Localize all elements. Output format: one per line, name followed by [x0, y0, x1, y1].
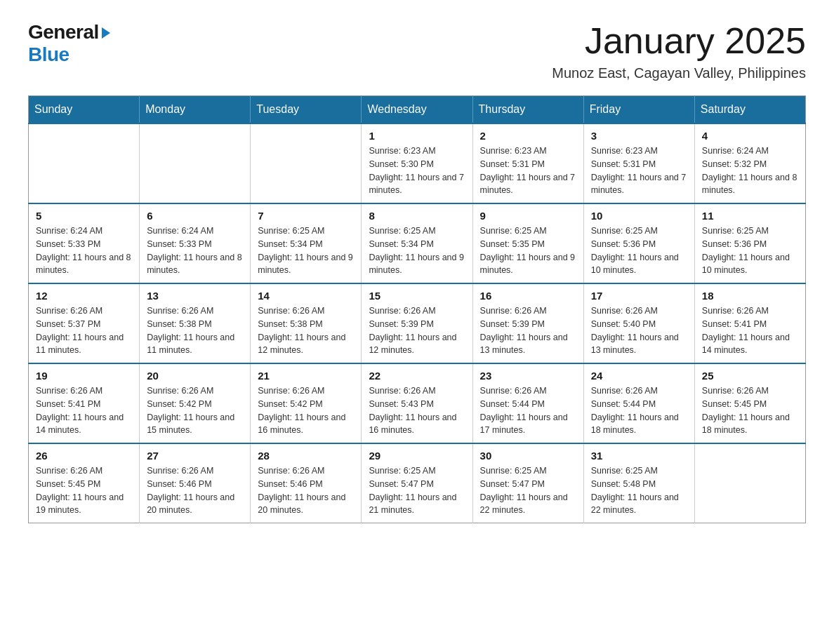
- day-info: Sunrise: 6:26 AM Sunset: 5:44 PM Dayligh…: [480, 384, 576, 437]
- day-number: 29: [369, 450, 465, 462]
- calendar-cell: 16Sunrise: 6:26 AM Sunset: 5:39 PM Dayli…: [472, 283, 583, 363]
- calendar-cell: 6Sunrise: 6:24 AM Sunset: 5:33 PM Daylig…: [140, 203, 251, 283]
- calendar-week-row: 5Sunrise: 6:24 AM Sunset: 5:33 PM Daylig…: [29, 203, 806, 283]
- day-info: Sunrise: 6:25 AM Sunset: 5:47 PM Dayligh…: [480, 464, 576, 517]
- calendar-cell: 12Sunrise: 6:26 AM Sunset: 5:37 PM Dayli…: [29, 283, 140, 363]
- calendar-cell: 5Sunrise: 6:24 AM Sunset: 5:33 PM Daylig…: [29, 203, 140, 283]
- day-info: Sunrise: 6:25 AM Sunset: 5:34 PM Dayligh…: [369, 224, 465, 277]
- day-info: Sunrise: 6:26 AM Sunset: 5:38 PM Dayligh…: [147, 304, 243, 357]
- calendar-cell: 30Sunrise: 6:25 AM Sunset: 5:47 PM Dayli…: [472, 443, 583, 523]
- day-number: 8: [369, 210, 465, 222]
- calendar-cell: 26Sunrise: 6:26 AM Sunset: 5:45 PM Dayli…: [29, 443, 140, 523]
- day-info: Sunrise: 6:25 AM Sunset: 5:36 PM Dayligh…: [591, 224, 687, 277]
- calendar-cell: 28Sunrise: 6:26 AM Sunset: 5:46 PM Dayli…: [251, 443, 362, 523]
- day-info: Sunrise: 6:23 AM Sunset: 5:31 PM Dayligh…: [480, 145, 576, 197]
- day-info: Sunrise: 6:26 AM Sunset: 5:44 PM Dayligh…: [591, 384, 687, 437]
- calendar-cell: 15Sunrise: 6:26 AM Sunset: 5:39 PM Dayli…: [362, 283, 472, 363]
- calendar-cell: [29, 123, 140, 203]
- calendar-cell: 4Sunrise: 6:24 AM Sunset: 5:32 PM Daylig…: [694, 123, 805, 203]
- calendar-cell: 2Sunrise: 6:23 AM Sunset: 5:31 PM Daylig…: [472, 123, 583, 203]
- calendar-cell: 25Sunrise: 6:26 AM Sunset: 5:45 PM Dayli…: [694, 363, 805, 443]
- day-info: Sunrise: 6:26 AM Sunset: 5:42 PM Dayligh…: [147, 384, 243, 437]
- day-number: 24: [591, 370, 687, 382]
- day-number: 19: [36, 370, 132, 382]
- day-number: 17: [591, 290, 687, 302]
- calendar-cell: 20Sunrise: 6:26 AM Sunset: 5:42 PM Dayli…: [140, 363, 251, 443]
- calendar-cell: [140, 123, 251, 203]
- calendar-cell: 23Sunrise: 6:26 AM Sunset: 5:44 PM Dayli…: [472, 363, 583, 443]
- calendar-week-row: 26Sunrise: 6:26 AM Sunset: 5:45 PM Dayli…: [29, 443, 806, 523]
- day-info: Sunrise: 6:25 AM Sunset: 5:35 PM Dayligh…: [480, 224, 576, 277]
- day-number: 25: [702, 370, 798, 382]
- day-number: 16: [480, 290, 576, 302]
- location-title: Munoz East, Cagayan Valley, Philippines: [552, 65, 806, 81]
- day-number: 27: [147, 450, 243, 462]
- day-number: 15: [369, 290, 465, 302]
- calendar-cell: [694, 443, 805, 523]
- day-info: Sunrise: 6:26 AM Sunset: 5:46 PM Dayligh…: [147, 464, 243, 517]
- day-number: 21: [258, 370, 354, 382]
- calendar-cell: 10Sunrise: 6:25 AM Sunset: 5:36 PM Dayli…: [583, 203, 694, 283]
- day-info: Sunrise: 6:23 AM Sunset: 5:31 PM Dayligh…: [591, 145, 687, 197]
- day-info: Sunrise: 6:26 AM Sunset: 5:43 PM Dayligh…: [369, 384, 465, 437]
- day-info: Sunrise: 6:26 AM Sunset: 5:41 PM Dayligh…: [36, 384, 132, 437]
- day-number: 13: [147, 290, 243, 302]
- title-section: January 2025 Munoz East, Cagayan Valley,…: [552, 21, 806, 81]
- calendar-cell: 31Sunrise: 6:25 AM Sunset: 5:48 PM Dayli…: [583, 443, 694, 523]
- calendar-cell: 14Sunrise: 6:26 AM Sunset: 5:38 PM Dayli…: [251, 283, 362, 363]
- day-info: Sunrise: 6:26 AM Sunset: 5:37 PM Dayligh…: [36, 304, 132, 357]
- day-number: 30: [480, 450, 576, 462]
- calendar-cell: 17Sunrise: 6:26 AM Sunset: 5:40 PM Dayli…: [583, 283, 694, 363]
- day-number: 4: [702, 130, 798, 142]
- logo-general: General: [28, 21, 99, 43]
- day-info: Sunrise: 6:24 AM Sunset: 5:32 PM Dayligh…: [702, 145, 798, 197]
- day-info: Sunrise: 6:26 AM Sunset: 5:38 PM Dayligh…: [258, 304, 354, 357]
- day-info: Sunrise: 6:26 AM Sunset: 5:39 PM Dayligh…: [369, 304, 465, 357]
- col-thursday: Thursday: [472, 96, 583, 124]
- col-tuesday: Tuesday: [251, 96, 362, 124]
- calendar-cell: 1Sunrise: 6:23 AM Sunset: 5:30 PM Daylig…: [362, 123, 472, 203]
- calendar-cell: 18Sunrise: 6:26 AM Sunset: 5:41 PM Dayli…: [694, 283, 805, 363]
- calendar-cell: 8Sunrise: 6:25 AM Sunset: 5:34 PM Daylig…: [362, 203, 472, 283]
- calendar-cell: 7Sunrise: 6:25 AM Sunset: 5:34 PM Daylig…: [251, 203, 362, 283]
- day-info: Sunrise: 6:25 AM Sunset: 5:34 PM Dayligh…: [258, 224, 354, 277]
- col-friday: Friday: [583, 96, 694, 124]
- logo-arrow-icon: [102, 27, 110, 39]
- calendar-cell: 29Sunrise: 6:25 AM Sunset: 5:47 PM Dayli…: [362, 443, 472, 523]
- calendar-cell: 27Sunrise: 6:26 AM Sunset: 5:46 PM Dayli…: [140, 443, 251, 523]
- day-number: 26: [36, 450, 132, 462]
- day-number: 2: [480, 130, 576, 142]
- day-number: 11: [702, 210, 798, 222]
- calendar-cell: 24Sunrise: 6:26 AM Sunset: 5:44 PM Dayli…: [583, 363, 694, 443]
- day-number: 3: [591, 130, 687, 142]
- day-info: Sunrise: 6:26 AM Sunset: 5:42 PM Dayligh…: [258, 384, 354, 437]
- calendar-table: Sunday Monday Tuesday Wednesday Thursday…: [28, 95, 806, 523]
- day-info: Sunrise: 6:26 AM Sunset: 5:41 PM Dayligh…: [702, 304, 798, 357]
- calendar-cell: 11Sunrise: 6:25 AM Sunset: 5:36 PM Dayli…: [694, 203, 805, 283]
- day-number: 6: [147, 210, 243, 222]
- day-number: 7: [258, 210, 354, 222]
- day-info: Sunrise: 6:26 AM Sunset: 5:39 PM Dayligh…: [480, 304, 576, 357]
- day-info: Sunrise: 6:24 AM Sunset: 5:33 PM Dayligh…: [147, 224, 243, 277]
- calendar-cell: 13Sunrise: 6:26 AM Sunset: 5:38 PM Dayli…: [140, 283, 251, 363]
- day-info: Sunrise: 6:26 AM Sunset: 5:45 PM Dayligh…: [36, 464, 132, 517]
- calendar-week-row: 12Sunrise: 6:26 AM Sunset: 5:37 PM Dayli…: [29, 283, 806, 363]
- col-saturday: Saturday: [694, 96, 805, 124]
- calendar-week-row: 19Sunrise: 6:26 AM Sunset: 5:41 PM Dayli…: [29, 363, 806, 443]
- day-number: 22: [369, 370, 465, 382]
- calendar-cell: 3Sunrise: 6:23 AM Sunset: 5:31 PM Daylig…: [583, 123, 694, 203]
- day-info: Sunrise: 6:25 AM Sunset: 5:36 PM Dayligh…: [702, 224, 798, 277]
- day-info: Sunrise: 6:26 AM Sunset: 5:45 PM Dayligh…: [702, 384, 798, 437]
- col-wednesday: Wednesday: [362, 96, 472, 124]
- logo: General Blue: [28, 21, 110, 66]
- day-number: 12: [36, 290, 132, 302]
- day-info: Sunrise: 6:26 AM Sunset: 5:46 PM Dayligh…: [258, 464, 354, 517]
- page-header: General Blue January 2025 Munoz East, Ca…: [28, 21, 806, 81]
- day-number: 28: [258, 450, 354, 462]
- calendar-week-row: 1Sunrise: 6:23 AM Sunset: 5:30 PM Daylig…: [29, 123, 806, 203]
- calendar-cell: 9Sunrise: 6:25 AM Sunset: 5:35 PM Daylig…: [472, 203, 583, 283]
- day-number: 5: [36, 210, 132, 222]
- logo-blue: Blue: [28, 43, 70, 66]
- col-sunday: Sunday: [29, 96, 140, 124]
- day-info: Sunrise: 6:23 AM Sunset: 5:30 PM Dayligh…: [369, 145, 465, 197]
